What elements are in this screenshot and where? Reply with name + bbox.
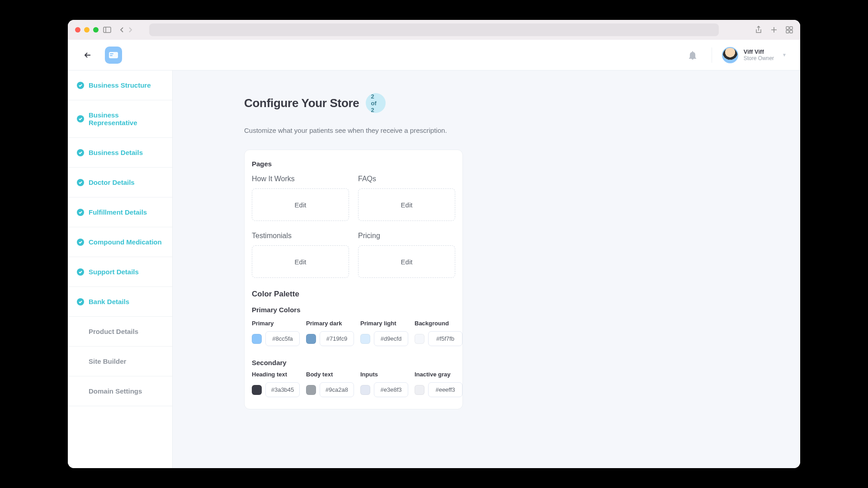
secondary-colors-title: Secondary: [252, 359, 455, 366]
sidebar-item-label: Compound Medication: [89, 238, 162, 246]
sidebar-item-label: Site Builder: [89, 357, 126, 365]
sidebar-item-label: Fulfillment Details: [89, 208, 147, 216]
page-label-pricing: Pricing: [358, 232, 455, 240]
check-icon: [77, 298, 84, 305]
sidebar-item-label: Business Details: [89, 149, 143, 156]
svg-rect-0: [104, 27, 111, 33]
svg-rect-5: [790, 27, 793, 29]
check-icon: [77, 115, 84, 122]
back-button[interactable]: [81, 49, 94, 61]
hex-input-primary-light[interactable]: #d9ecfd: [374, 331, 408, 346]
user-role: Store Owner: [744, 55, 774, 61]
app-header: Viff Viff Store Owner ▼: [68, 40, 800, 70]
titlebar: [68, 20, 800, 40]
svg-rect-7: [790, 30, 793, 33]
hex-input-body-text[interactable]: #9ca2a8: [320, 382, 354, 397]
user-menu[interactable]: Viff Viff Store Owner ▼: [722, 47, 787, 63]
svg-rect-11: [110, 55, 113, 56]
page-label-how-it-works: How It Works: [252, 175, 349, 183]
page-subtitle: Customize what your patients see when th…: [244, 127, 470, 134]
primary-colors-title: Primary Colors: [252, 306, 455, 314]
swatch-background[interactable]: [415, 334, 425, 344]
svg-rect-6: [786, 30, 789, 33]
sidebar-item-label: Support Details: [89, 268, 139, 276]
browser-window: Viff Viff Store Owner ▼ Business Structu…: [68, 20, 800, 468]
bell-icon: [689, 51, 697, 60]
edit-how-it-works-button[interactable]: Edit: [252, 188, 349, 221]
color-palette-title: Color Palette: [252, 290, 455, 299]
sidebar-item-support-details[interactable]: Support Details: [68, 257, 172, 287]
nav-back-icon[interactable]: [119, 27, 125, 33]
sidebar-item-compound-medication[interactable]: Compound Medication: [68, 227, 172, 257]
swatch-inactive-gray[interactable]: [415, 385, 425, 395]
svg-rect-4: [786, 27, 789, 29]
color-label-body-text: Body text: [306, 371, 354, 378]
share-icon[interactable]: [755, 26, 762, 34]
hex-input-primary-dark[interactable]: #719fc9: [320, 331, 354, 346]
sidebar-item-business-structure[interactable]: Business Structure: [68, 70, 172, 100]
user-name: Viff Viff: [744, 48, 774, 56]
swatch-inputs[interactable]: [360, 385, 370, 395]
swatch-primary-light[interactable]: [360, 334, 370, 344]
edit-faqs-button[interactable]: Edit: [358, 188, 455, 221]
sidebar-item-doctor-details[interactable]: Doctor Details: [68, 168, 172, 197]
swatch-heading-text[interactable]: [252, 385, 262, 395]
hex-input-inputs[interactable]: #e3e8f3: [374, 382, 408, 397]
check-icon: [77, 268, 84, 276]
page-label-faqs: FAQs: [358, 175, 455, 183]
swatch-primary[interactable]: [252, 334, 262, 344]
hex-input-primary[interactable]: #8cc5fa: [265, 331, 300, 346]
nav-forward-icon[interactable]: [127, 27, 133, 33]
sidebar-item-label: Business Structure: [89, 81, 151, 89]
sidebar-item-fulfillment-details[interactable]: Fulfillment Details: [68, 197, 172, 227]
sidebar-item-label: Product Details: [89, 328, 138, 335]
window-controls: [75, 27, 99, 33]
minimize-window-button[interactable]: [84, 27, 90, 33]
edit-testimonials-button[interactable]: Edit: [252, 245, 349, 278]
color-label-inactive-gray: Inactive gray: [415, 371, 462, 378]
maximize-window-button[interactable]: [93, 27, 99, 33]
sidebar-item-label: Doctor Details: [89, 178, 135, 186]
check-icon: [77, 209, 84, 216]
edit-pricing-button[interactable]: Edit: [358, 245, 455, 278]
app-frame: Viff Viff Store Owner ▼ Business Structu…: [68, 40, 800, 468]
sidebar-item-domain-settings[interactable]: Domain Settings: [68, 376, 172, 406]
step-badge: 2 of 2: [366, 93, 386, 113]
sidebar-item-label: Domain Settings: [89, 387, 142, 395]
sidebar: Business Structure Business Representati…: [68, 70, 173, 468]
check-icon: [77, 82, 84, 89]
avatar: [722, 47, 738, 63]
check-icon: [77, 239, 84, 246]
sidebar-item-business-details[interactable]: Business Details: [68, 138, 172, 168]
sidebar-item-site-builder[interactable]: Site Builder: [68, 347, 172, 376]
main-content: Configure Your Store 2 of 2 Customize wh…: [173, 70, 800, 468]
page-title: Configure Your Store: [244, 96, 359, 110]
hex-input-heading-text[interactable]: #3a3b45: [265, 382, 300, 397]
color-label-primary-light: Primary light: [360, 320, 408, 327]
sidebar-item-bank-details[interactable]: Bank Details: [68, 287, 172, 317]
hex-input-background[interactable]: #f5f7fb: [428, 331, 462, 346]
new-tab-icon[interactable]: [770, 26, 778, 33]
header-divider: [712, 47, 712, 63]
sidebar-item-label: Business Representative: [89, 111, 163, 127]
sidebar-item-label: Bank Details: [89, 298, 129, 305]
sidebar-item-product-details[interactable]: Product Details: [68, 317, 172, 347]
check-icon: [77, 149, 84, 156]
sidebar-item-business-representative[interactable]: Business Representative: [68, 100, 172, 138]
color-label-background: Background: [415, 320, 462, 327]
notifications-button[interactable]: [684, 46, 702, 64]
hex-input-inactive-gray[interactable]: #eeeff3: [428, 382, 462, 397]
page-label-testimonials: Testimonials: [252, 232, 349, 240]
brand-logo[interactable]: [105, 47, 122, 64]
svg-rect-10: [110, 53, 113, 54]
swatch-primary-dark[interactable]: [306, 334, 316, 344]
tabs-overview-icon[interactable]: [786, 26, 793, 33]
chevron-down-icon: ▼: [782, 52, 787, 57]
close-window-button[interactable]: [75, 27, 80, 33]
url-bar[interactable]: [149, 23, 719, 36]
pages-section-title: Pages: [252, 160, 455, 168]
color-label-inputs: Inputs: [360, 371, 408, 378]
color-label-primary-dark: Primary dark: [306, 320, 354, 327]
sidebar-toggle-icon[interactable]: [103, 27, 111, 33]
swatch-body-text[interactable]: [306, 385, 316, 395]
